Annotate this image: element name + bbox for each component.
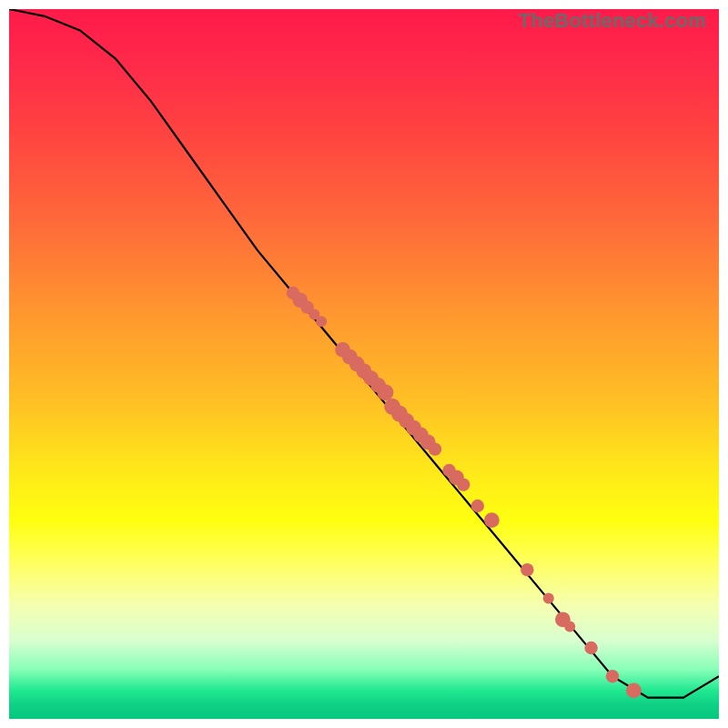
data-point [377, 384, 393, 400]
data-point [429, 442, 441, 455]
scatter-points [287, 287, 642, 698]
data-point [543, 592, 554, 603]
data-point [484, 512, 500, 528]
data-point [521, 563, 533, 576]
data-point [564, 622, 575, 632]
data-point [584, 642, 597, 654]
data-point [316, 316, 327, 327]
plot-area: TheBottleneck.com [9, 9, 719, 719]
data-point [606, 670, 619, 682]
data-point [457, 478, 470, 490]
chart-container: TheBottleneck.com [0, 0, 728, 728]
data-point [626, 682, 642, 698]
bottleneck-curve [9, 9, 719, 698]
chart-svg [9, 9, 719, 719]
data-point [471, 500, 484, 512]
